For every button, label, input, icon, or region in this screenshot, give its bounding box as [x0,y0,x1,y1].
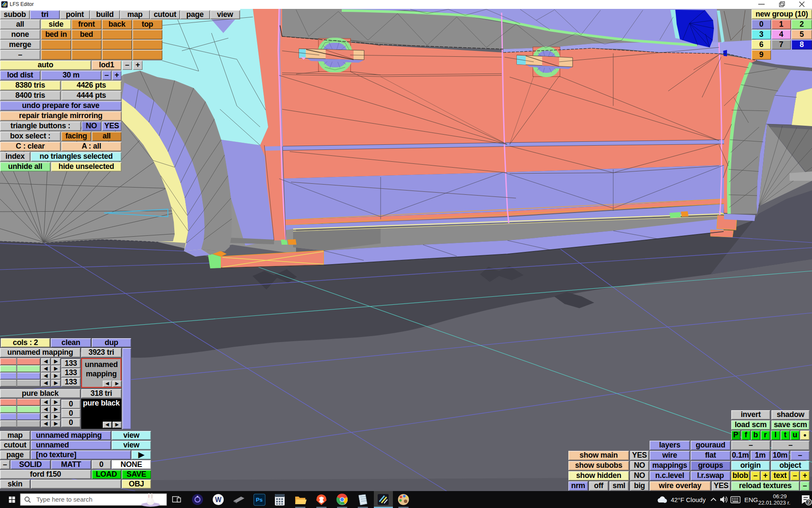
svg-text:Cloudy: Cloudy [686,496,706,503]
svg-text:ENG: ENG [744,496,758,503]
svg-text:06:29: 06:29 [773,493,787,500]
svg-text:22.01.2023 r.: 22.01.2023 r. [758,500,790,506]
svg-text:W: W [215,496,222,503]
svg-text:42°F: 42°F [671,496,684,503]
svg-text:Ps: Ps [256,497,263,503]
svg-text:Type here to search: Type here to search [36,496,93,503]
svg-text:2: 2 [807,500,810,505]
